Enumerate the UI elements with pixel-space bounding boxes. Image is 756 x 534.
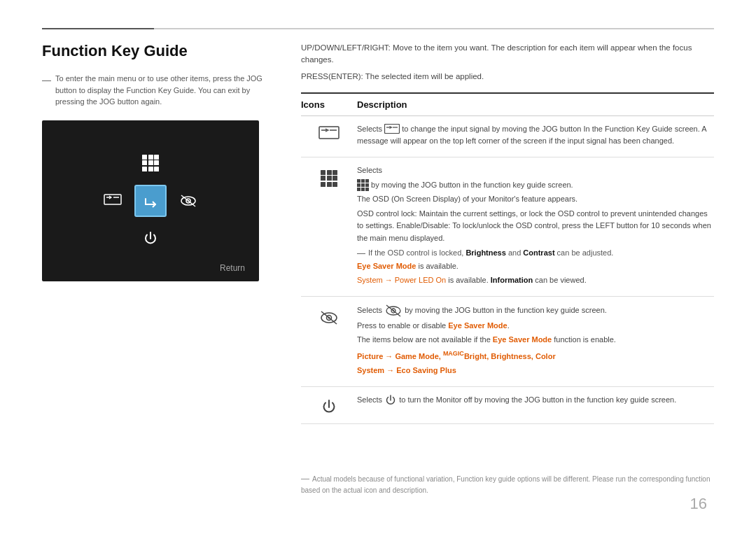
desc-col-header: Description (357, 99, 714, 110)
eye-saver-mode-label2: Eye Saver Mode (493, 335, 552, 344)
picture-arrow: Picture → Game Mode, MAGICBright, Bright… (357, 349, 714, 363)
contrast-text: Contrast (523, 248, 554, 257)
footnote: —Actual models because of functional var… (301, 472, 714, 496)
footnote-text: Actual models because of functional vari… (301, 475, 710, 494)
subtitle-text: To enter the main menu or to use other i… (55, 73, 266, 108)
power-desc: Selects to turn the Monitor off by movin… (357, 394, 714, 407)
menu-icon-cell (301, 164, 357, 187)
input-icon-cell (301, 123, 357, 143)
eye-saver-mode-label: Eye Saver Mode (448, 321, 507, 330)
eye-saver-note: Eye Saver Mode is available. (357, 260, 714, 273)
monitor-return-icon (134, 185, 167, 217)
input-desc-text: Selects to change the input signal by mo… (357, 123, 714, 148)
icons-col-header: Icons (301, 99, 357, 110)
eye-desc-cell: Selects by moving the JOG button in the … (357, 304, 714, 379)
page-number: 16 (690, 495, 707, 513)
menu-desc-1: Selects (357, 164, 714, 177)
table-row-menu: Selects by moving the JOG button in the … (301, 157, 714, 297)
eye-desc-1: Selects by moving the JOG button in the … (357, 304, 714, 318)
monitor-input-icon (97, 185, 129, 217)
function-table: Icons Description Selects to change the … (301, 92, 714, 424)
osd-note: — If the OSD control is locked, Brightne… (357, 247, 714, 260)
footnote-dash: — (301, 474, 309, 484)
right-panel: UP/DOWN/LEFT/RIGHT: Move to the item you… (301, 42, 714, 424)
table-row-eye: Selects by moving the JOG button in the … (301, 297, 714, 387)
table-header: Icons Description (301, 94, 714, 116)
eye-desc-2: Press to enable or disable Eye Saver Mod… (357, 320, 714, 332)
information-text: Information (491, 276, 533, 284)
eye-saver-label: Eye Saver Mode (357, 262, 416, 270)
monitor-eye-icon (172, 185, 204, 217)
table-row-input: Selects to change the input signal by mo… (301, 116, 714, 157)
intro-line1: UP/DOWN/LEFT/RIGHT: Move to the item you… (301, 42, 714, 66)
table-row-power: Selects to turn the Monitor off by movin… (301, 387, 714, 424)
power-icon-cell (301, 394, 357, 416)
svg-rect-7 (319, 127, 339, 139)
monitor-power-icon (134, 223, 167, 255)
subtitle-block: — To enter the main menu or to use other… (42, 73, 266, 108)
svg-rect-0 (104, 195, 121, 204)
monitor-menu-icon (134, 147, 167, 179)
menu-desc-cell: Selects by moving the JOG button in the … (357, 164, 714, 289)
menu-desc-3: OSD control lock: Maintain the current s… (357, 208, 714, 245)
eye-desc-3: The items below are not available if the… (357, 334, 714, 346)
menu-desc-2: The OSD (On Screen Display) of your Moni… (357, 193, 714, 206)
system-arrow: System → Eco Saving Plus (357, 365, 714, 377)
left-panel: Function Key Guide — To enter the main m… (42, 42, 266, 281)
brightness-text: Brightness (465, 248, 505, 257)
input-desc-cell: Selects to change the input signal by mo… (357, 123, 714, 150)
power-desc-cell: Selects to turn the Monitor off by movin… (357, 394, 714, 409)
monitor-display: Return (42, 120, 259, 281)
svg-rect-10 (385, 124, 400, 133)
eye-icon-cell (301, 304, 357, 326)
intro-line2: PRESS(ENTER): The selected item will be … (301, 71, 714, 83)
system-power-note: System → Power LED On is available. Info… (357, 274, 714, 287)
top-divider-accent (42, 28, 154, 29)
subtitle-dash: — (42, 73, 51, 87)
monitor-return-label: Return (220, 263, 245, 273)
page-title: Function Key Guide (42, 42, 266, 60)
